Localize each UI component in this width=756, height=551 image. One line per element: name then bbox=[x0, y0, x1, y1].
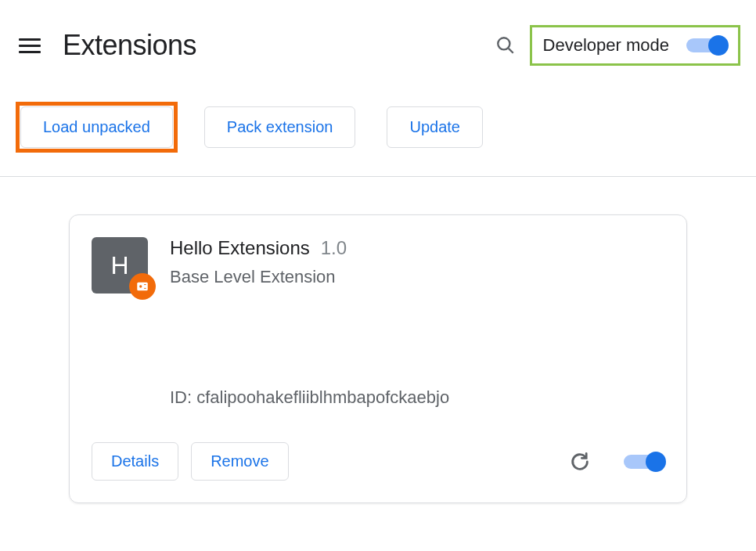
extension-card: H Hello Extensions 1.0 Base Level Extens… bbox=[69, 214, 687, 503]
extension-id-label: ID: bbox=[170, 387, 192, 407]
extension-id-value: cfalipoohakefliiblhmbapofckaebjo bbox=[196, 387, 449, 407]
extension-footer: Details Remove bbox=[92, 442, 664, 481]
extension-id: ID: cfalipoohakefliiblhmbapofckaebjo bbox=[170, 387, 664, 408]
pack-extension-button[interactable]: Pack extension bbox=[204, 106, 356, 148]
extension-version: 1.0 bbox=[321, 237, 347, 259]
extension-info: Hello Extensions 1.0 Base Level Extensio… bbox=[170, 237, 664, 294]
remove-button[interactable]: Remove bbox=[191, 442, 288, 481]
extensions-list: H Hello Extensions 1.0 Base Level Extens… bbox=[0, 177, 756, 541]
svg-rect-5 bbox=[144, 288, 146, 289]
menu-icon[interactable] bbox=[19, 34, 41, 56]
search-icon[interactable] bbox=[495, 35, 516, 56]
extension-name: Hello Extensions bbox=[170, 237, 310, 259]
developer-toolbar: Load unpacked Pack extension Update bbox=[0, 81, 756, 177]
header-bar: Extensions Developer mode bbox=[0, 0, 756, 81]
pack-extension-wrap: Pack extension bbox=[200, 102, 361, 153]
extension-icon-wrap: H bbox=[92, 237, 148, 294]
reload-icon[interactable] bbox=[569, 451, 591, 473]
load-unpacked-highlight: Load unpacked bbox=[16, 102, 178, 153]
details-button[interactable]: Details bbox=[92, 442, 178, 481]
developer-mode-label: Developer mode bbox=[543, 35, 669, 56]
page-title: Extensions bbox=[63, 29, 495, 62]
svg-line-1 bbox=[508, 49, 513, 53]
svg-point-0 bbox=[498, 38, 509, 49]
update-button[interactable]: Update bbox=[387, 106, 483, 148]
svg-rect-2 bbox=[137, 283, 148, 291]
load-unpacked-button[interactable]: Load unpacked bbox=[20, 106, 173, 148]
svg-point-3 bbox=[139, 285, 142, 287]
developer-mode-toggle[interactable] bbox=[686, 37, 727, 54]
extension-header: H Hello Extensions 1.0 Base Level Extens… bbox=[92, 237, 664, 294]
unpacked-badge-icon bbox=[129, 273, 156, 300]
svg-rect-4 bbox=[144, 284, 146, 285]
extension-enable-toggle[interactable] bbox=[624, 453, 664, 470]
extension-description: Base Level Extension bbox=[170, 267, 664, 287]
update-wrap: Update bbox=[382, 102, 488, 153]
developer-mode-section: Developer mode bbox=[530, 25, 740, 66]
